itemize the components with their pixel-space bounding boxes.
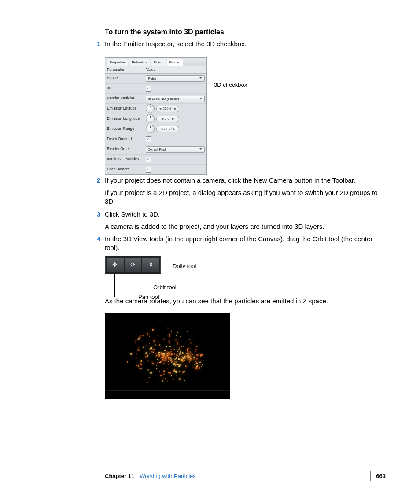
step-1-text: In the Emitter Inspector, select the 3D … (105, 40, 385, 48)
step-number: 4 (97, 235, 100, 243)
tab-behaviors[interactable]: Behaviors (129, 59, 150, 66)
face-camera-checkbox[interactable]: ✓ (146, 167, 151, 173)
step-2-follow: If your project is a 2D project, a dialo… (105, 188, 385, 206)
view-tools-figure: ✥ ⟳ ⇕ Dolly tool Orbit tool (105, 256, 385, 297)
emission-longitude-dial[interactable] (146, 114, 155, 123)
param-render-order-label: Render Order (105, 147, 144, 151)
emission-range-dial[interactable] (146, 125, 155, 133)
disclosure-icon: – (181, 126, 184, 132)
pan-tool-button[interactable]: ✥ (106, 257, 124, 273)
header-value: Value (144, 66, 157, 73)
step-3: 3 Click Switch to 3D. A camera is added … (105, 210, 385, 232)
param-emission-range-label: Emission Range (105, 126, 144, 131)
depth-ordered-checkbox[interactable]: ✓ (146, 136, 151, 142)
param-3d-label: 3D (105, 86, 144, 91)
param-interleave-label: Interleave Particles (105, 157, 144, 162)
param-shape-label: Shape (105, 76, 144, 81)
param-emission-longitude-label: Emission Longitude (105, 116, 144, 121)
disclosure-icon: – (181, 106, 184, 112)
step-3-text: Click Switch to 3D. (105, 210, 385, 219)
callout-dolly-tool: Dolly tool (173, 263, 196, 269)
callout-3d-checkbox: 3D checkbox (214, 81, 247, 89)
render-particles-dropdown[interactable]: In Local 3D (Faster) (146, 96, 205, 102)
step-1: 1 In the Emitter Inspector, select the 3… (105, 40, 385, 166)
orbit-tool-button[interactable]: ⟳ (124, 257, 142, 273)
tab-filters[interactable]: Filters (151, 59, 166, 66)
emission-longitude-stepper[interactable]: ◀0.0°▶ (156, 116, 179, 122)
interleave-checkbox[interactable]: ✓ (146, 157, 151, 162)
pan-icon: ✥ (112, 261, 118, 269)
emitter-inspector-panel: Properties Behaviors Filters Emitter Par… (105, 57, 207, 175)
page-footer: Chapter 11 Working with Particles 663 (105, 471, 386, 481)
emission-latitude-value: 216.9° (162, 107, 173, 111)
header-parameter: Parameter (105, 66, 144, 73)
step-number: 2 (97, 176, 100, 185)
step-2-text: If your project does not contain a camer… (105, 176, 385, 185)
step-4-text: In the 3D View tools (in the upper-right… (105, 235, 385, 253)
param-depth-ordered-label: Depth Ordered (105, 136, 144, 141)
footer-page-number: 663 (376, 472, 386, 480)
param-emission-latitude-label: Emission Latitude (105, 106, 144, 111)
step-number: 3 (97, 210, 100, 219)
orbit-icon: ⟳ (130, 261, 136, 269)
emission-latitude-stepper[interactable]: ◀216.9°▶ (156, 106, 179, 112)
step-number: 1 (97, 40, 100, 48)
emission-range-value: 77.8° (164, 127, 172, 132)
footer-chapter: Chapter 11 (105, 472, 134, 480)
callout-orbit-tool: Orbit tool (153, 283, 177, 291)
step-3-follow: A camera is added to the project, and yo… (105, 222, 385, 231)
tab-emitter[interactable]: Emitter (167, 59, 183, 66)
callout-pan-tool: Pan tool (138, 293, 159, 301)
disclosure-icon: – (181, 116, 184, 122)
param-render-particles-label: Render Particles (105, 96, 144, 101)
param-face-camera-label: Face Camera (105, 167, 144, 172)
step-2: 2 If your project does not contain a cam… (105, 176, 385, 206)
step-4: 4 In the 3D View tools (in the upper-rig… (105, 235, 385, 399)
particle-render-preview (105, 313, 230, 399)
dolly-tool-button[interactable]: ⇕ (142, 257, 160, 273)
render-order-dropdown[interactable]: Oldest First (146, 146, 205, 153)
emission-range-stepper[interactable]: ◀77.8°▶ (156, 126, 179, 132)
tab-properties[interactable]: Properties (107, 59, 128, 66)
emission-latitude-dial[interactable] (146, 104, 155, 113)
section-heading: To turn the system into 3D particles (105, 27, 385, 37)
emission-longitude-value: 0.0° (165, 117, 171, 121)
footer-title: Working with Particles (140, 472, 196, 480)
dolly-icon: ⇕ (148, 261, 154, 269)
